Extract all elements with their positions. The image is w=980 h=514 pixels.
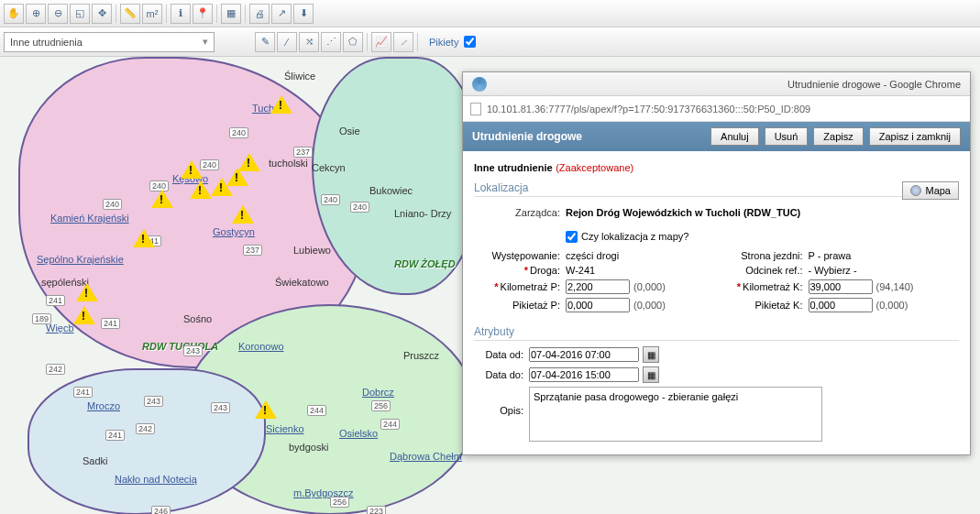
- address-bar[interactable]: 10.101.81.36:7777/pls/apex/f?p=177:50:91…: [463, 96, 970, 122]
- road-number-badge: 244: [307, 405, 326, 416]
- measure-area-icon[interactable]: m²: [142, 4, 162, 24]
- warning-sign-icon[interactable]: !: [211, 178, 233, 200]
- section-attributes: Atrybuty: [474, 325, 959, 341]
- refsection-select[interactable]: - Wybierz -: [809, 265, 928, 276]
- map-place-label: bydgoski: [289, 442, 328, 453]
- pik-p-input[interactable]: [566, 298, 630, 312]
- km-k-input[interactable]: [809, 279, 873, 294]
- zoom-box-icon[interactable]: ◱: [70, 4, 90, 24]
- save-close-button[interactable]: Zapisz i zamknij: [869, 127, 961, 146]
- pan-tool-icon[interactable]: ✋: [4, 4, 24, 24]
- draw-point-icon[interactable]: ✎: [255, 32, 275, 52]
- marker-icon[interactable]: ⬇: [293, 4, 314, 24]
- status-badge: (Zaakceptowane): [556, 162, 633, 173]
- dialog-titlebar: Utrudnienie drogowe - Google Chrome: [463, 72, 970, 96]
- map-place-label[interactable]: Nakło nad Notecią: [115, 474, 197, 485]
- category-select[interactable]: Inne utrudnienia: [4, 32, 215, 52]
- delete-button[interactable]: Usuń: [765, 127, 809, 146]
- map-place-label[interactable]: Dobrcz: [362, 387, 394, 398]
- map-place-label[interactable]: Kamień Krajeński: [50, 213, 129, 224]
- extent-icon[interactable]: ✥: [92, 4, 112, 24]
- map-place-label[interactable]: Koronowo: [238, 341, 284, 352]
- occurrence-label: Występowanie:: [474, 250, 566, 261]
- route-icon[interactable]: ↗: [271, 4, 292, 24]
- road-obstruction-dialog: Utrudnienie drogowe - Google Chrome 10.1…: [462, 71, 971, 455]
- pik-k-label: Pikietaż K:: [726, 300, 809, 311]
- pikiety-checkbox[interactable]: [464, 36, 476, 48]
- refsection-label: Odcinek ref.:: [726, 265, 809, 276]
- road-number-badge: 243: [211, 402, 230, 413]
- print-icon[interactable]: 🖨: [249, 4, 270, 24]
- road-number-badge: 241: [73, 387, 93, 398]
- km-p-input[interactable]: [566, 279, 630, 294]
- road-number-badge: 223: [367, 506, 386, 514]
- warning-sign-icon[interactable]: !: [255, 400, 277, 422]
- main-toolbar: ✋ ⊕ ⊖ ◱ ✥ 📏 m² ℹ 📍 ▦ 🖨 ↗ ⬇: [0, 0, 980, 27]
- pik-k-input[interactable]: [809, 298, 873, 312]
- road-number-badge: 256: [330, 497, 349, 508]
- map-place-label[interactable]: Mroczo: [87, 400, 120, 411]
- draw-line-icon[interactable]: ∕: [277, 32, 297, 52]
- warning-sign-icon[interactable]: !: [73, 306, 95, 328]
- info-icon[interactable]: ℹ: [171, 4, 191, 24]
- side-label: Strona jezdni:: [726, 250, 809, 261]
- graph-icon[interactable]: 📈: [371, 32, 391, 52]
- road-number-badge: 244: [380, 419, 400, 430]
- zarzadca-label: Zarządca:: [474, 207, 566, 218]
- chrome-icon: [472, 77, 487, 92]
- road-number-badge: 243: [144, 396, 163, 407]
- warning-sign-icon[interactable]: !: [270, 95, 292, 117]
- km-k-range: (94,140): [876, 281, 914, 292]
- warning-sign-icon[interactable]: !: [190, 180, 212, 202]
- side-select[interactable]: P - prawa: [809, 250, 891, 261]
- url-text: 10.101.81.36:7777/pls/apex/f?p=177:50:91…: [487, 104, 810, 115]
- description-textarea[interactable]: [529, 387, 822, 442]
- pik-p-label: Pikietaż P:: [474, 300, 566, 311]
- segment-icon[interactable]: ⟋: [393, 32, 413, 52]
- mapa-button[interactable]: Mapa: [902, 181, 959, 200]
- layers-icon[interactable]: ▦: [221, 4, 241, 24]
- map-place-label: Sadki: [83, 455, 108, 466]
- km-p-label: Kilometraż P:: [501, 281, 560, 292]
- pikiety-label: Pikiety: [429, 37, 458, 48]
- measure-line-icon[interactable]: 📏: [120, 4, 140, 24]
- warning-sign-icon[interactable]: !: [133, 229, 155, 251]
- identify-icon[interactable]: 📍: [193, 4, 213, 24]
- road-number-badge: 240: [103, 199, 122, 210]
- map-place-label: RDW TUCHOLA: [142, 341, 218, 352]
- zoom-out-icon[interactable]: ⊖: [48, 4, 68, 24]
- map-location-checkbox[interactable]: [566, 231, 578, 243]
- draw-vertex-icon[interactable]: ⋰: [321, 32, 341, 52]
- page-icon: [470, 103, 481, 115]
- map-place-label: Sośno: [183, 313, 212, 324]
- save-button[interactable]: Zapisz: [813, 127, 863, 146]
- road-number-badge: 240: [200, 159, 219, 170]
- warning-sign-icon[interactable]: !: [181, 160, 203, 182]
- date-to-input[interactable]: [529, 367, 639, 382]
- warning-sign-icon[interactable]: !: [151, 190, 173, 212]
- date-to-calendar-icon[interactable]: ▦: [643, 366, 659, 383]
- road-number-badge: 237: [293, 147, 313, 158]
- map-place-label[interactable]: Osielsko: [339, 428, 378, 439]
- date-from-calendar-icon[interactable]: ▦: [643, 346, 659, 363]
- map-place-label[interactable]: Sicienko: [266, 423, 304, 434]
- map-place-label[interactable]: Dąbrowa Chełm: [390, 451, 462, 462]
- road-select[interactable]: W-241: [566, 265, 630, 276]
- date-from-input[interactable]: [529, 347, 639, 362]
- map-place-label: Lubiewo: [293, 245, 331, 256]
- pik-p-range: (0,000): [633, 300, 666, 311]
- draw-poly-icon[interactable]: ⬠: [343, 32, 363, 52]
- map-place-label: Świekatowo: [275, 277, 329, 288]
- map-place-label: Bukowiec: [369, 185, 413, 196]
- road-number-badge: 237: [243, 245, 262, 256]
- date-to-label: Data do:: [474, 369, 529, 380]
- warning-sign-icon[interactable]: !: [76, 283, 98, 305]
- warning-sign-icon[interactable]: !: [232, 205, 254, 227]
- draw-split-icon[interactable]: ⤭: [299, 32, 319, 52]
- cancel-button[interactable]: Anuluj: [710, 127, 759, 146]
- occurrence-select[interactable]: części drogi: [566, 250, 676, 261]
- zoom-in-icon[interactable]: ⊕: [26, 4, 46, 24]
- map-place-label[interactable]: Sępólno Krajeńskie: [37, 254, 124, 265]
- map-place-label[interactable]: Gostycyn: [213, 226, 255, 237]
- map-place-label: RDW ŻOŁĘD: [394, 258, 456, 269]
